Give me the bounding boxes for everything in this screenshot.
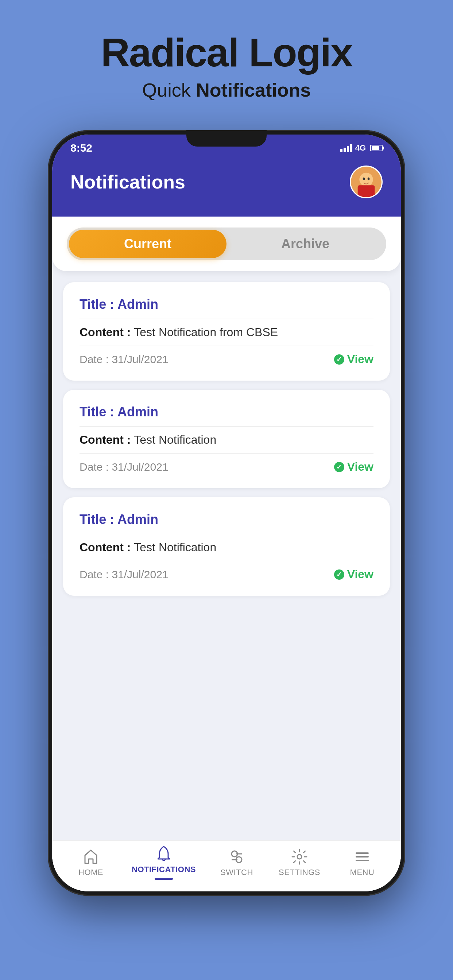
notification-card-3: Title : Admin Content : Test Notificatio…: [63, 497, 390, 596]
network-label: 4G: [355, 143, 366, 153]
subtitle-bold: Notifications: [196, 80, 311, 100]
home-icon: [82, 848, 100, 865]
notification-icon: [155, 845, 172, 862]
notif-title-1: Title : Admin: [80, 297, 373, 319]
notif-footer-1: Date : 31/Jul/2021 ✓ View: [80, 353, 373, 366]
bottom-nav: HOME NOTIFICATIONS: [52, 840, 401, 891]
page-title: Notifications: [70, 171, 185, 193]
notif-date-3: Date : 31/Jul/2021: [80, 568, 169, 581]
notif-footer-3: Date : 31/Jul/2021 ✓ View: [80, 568, 373, 581]
notif-content-1: Content : Test Notification from CBSE: [80, 326, 373, 346]
nav-label-settings: SETTINGS: [279, 868, 320, 877]
nav-label-menu: MENU: [350, 868, 375, 877]
view-link-3[interactable]: ✓ View: [334, 568, 373, 581]
notification-card-2: Title : Admin Content : Test Notificatio…: [63, 390, 390, 488]
nav-active-indicator: [155, 878, 173, 880]
switch-icon: [228, 848, 246, 865]
view-link-1[interactable]: ✓ View: [334, 353, 373, 366]
app-header: Notifications: [52, 158, 401, 216]
menu-icon: [353, 848, 371, 865]
nav-item-notifications[interactable]: NOTIFICATIONS: [132, 845, 196, 880]
notif-title-3: Title : Admin: [80, 512, 373, 534]
svg-point-3: [368, 178, 370, 180]
check-icon-3: ✓: [334, 570, 344, 580]
subtitle-regular: Quick: [142, 80, 196, 100]
tab-switcher: Current Archive: [67, 228, 386, 260]
notif-content-2: Content : Test Notification: [80, 433, 373, 453]
nav-label-switch: SWITCH: [220, 868, 253, 877]
svg-rect-4: [358, 185, 375, 197]
notif-date-2: Date : 31/Jul/2021: [80, 461, 169, 473]
check-icon-1: ✓: [334, 355, 344, 364]
notif-date-1: Date : 31/Jul/2021: [80, 353, 169, 366]
nav-item-switch[interactable]: SWITCH: [215, 848, 258, 877]
notifications-list: Title : Admin Content : Test Notificatio…: [52, 271, 401, 840]
content-area: Current Archive Title : Admin Content : …: [52, 216, 401, 891]
status-icons: 4G: [340, 143, 383, 153]
check-icon-2: ✓: [334, 462, 344, 472]
phone-frame: 8:52 4G Notifications: [48, 130, 405, 896]
notification-card-1: Title : Admin Content : Test Notificatio…: [63, 282, 390, 380]
phone-screen: 8:52 4G Notifications: [52, 135, 401, 891]
app-title: Radical Logix: [100, 29, 352, 75]
avatar[interactable]: [350, 165, 383, 198]
status-time: 8:52: [70, 142, 92, 154]
archive-tab[interactable]: Archive: [226, 230, 384, 258]
nav-label-notifications: NOTIFICATIONS: [132, 865, 196, 874]
nav-item-menu[interactable]: MENU: [340, 848, 384, 877]
nav-item-home[interactable]: HOME: [69, 848, 113, 877]
battery-icon: [370, 145, 383, 151]
notif-footer-2: Date : 31/Jul/2021 ✓ View: [80, 460, 373, 474]
notch: [187, 130, 266, 146]
settings-icon: [291, 848, 308, 865]
tab-card: Current Archive: [52, 216, 401, 271]
nav-item-settings[interactable]: SETTINGS: [278, 848, 321, 877]
nav-label-home: HOME: [78, 868, 103, 877]
svg-point-9: [297, 854, 301, 859]
notif-content-3: Content : Test Notification: [80, 541, 373, 561]
view-link-2[interactable]: ✓ View: [334, 460, 373, 474]
current-tab[interactable]: Current: [69, 230, 226, 258]
notif-title-2: Title : Admin: [80, 404, 373, 426]
signal-icon: [340, 144, 353, 152]
svg-point-2: [363, 178, 365, 180]
app-subtitle: Quick Notifications: [142, 79, 311, 101]
